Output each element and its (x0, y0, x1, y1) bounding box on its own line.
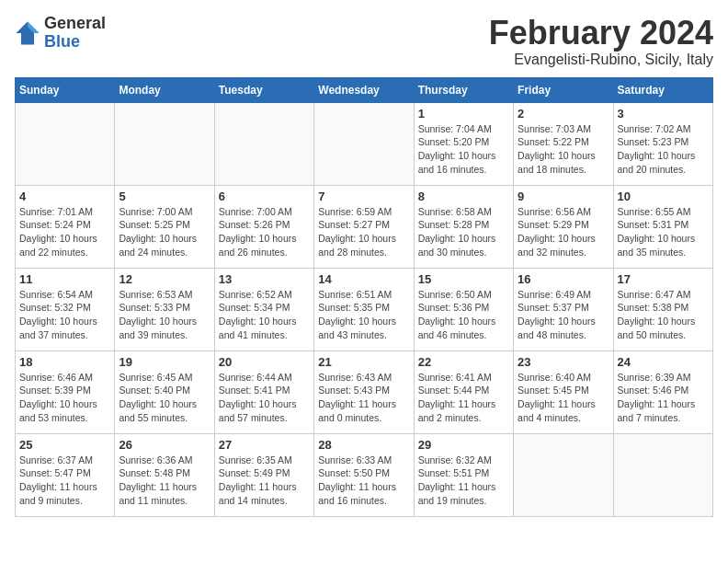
calendar-cell: 28Sunrise: 6:33 AM Sunset: 5:50 PM Dayli… (314, 433, 414, 516)
calendar-cell: 18Sunrise: 6:46 AM Sunset: 5:39 PM Dayli… (16, 350, 115, 433)
day-info: Sunrise: 6:35 AM Sunset: 5:49 PM Dayligh… (219, 454, 310, 508)
week-row-3: 11Sunrise: 6:54 AM Sunset: 5:32 PM Dayli… (16, 268, 713, 350)
day-number: 26 (119, 438, 210, 452)
calendar-cell: 15Sunrise: 6:50 AM Sunset: 5:36 PM Dayli… (414, 268, 513, 350)
calendar-table: SundayMondayTuesdayWednesdayThursdayFrid… (15, 77, 713, 517)
day-info: Sunrise: 6:47 AM Sunset: 5:38 PM Dayligh… (618, 288, 709, 342)
day-number: 21 (318, 355, 409, 369)
day-number: 13 (219, 272, 310, 286)
calendar-header-row: SundayMondayTuesdayWednesdayThursdayFrid… (16, 77, 713, 102)
calendar-cell: 14Sunrise: 6:51 AM Sunset: 5:35 PM Dayli… (314, 268, 414, 350)
weekday-header-sunday: Sunday (16, 77, 115, 102)
weekday-header-wednesday: Wednesday (314, 77, 414, 102)
calendar-cell (613, 433, 712, 516)
day-info: Sunrise: 6:56 AM Sunset: 5:29 PM Dayligh… (518, 205, 609, 259)
day-info: Sunrise: 6:58 AM Sunset: 5:28 PM Dayligh… (418, 205, 509, 259)
calendar-cell: 21Sunrise: 6:43 AM Sunset: 5:43 PM Dayli… (314, 350, 414, 433)
calendar-cell: 27Sunrise: 6:35 AM Sunset: 5:49 PM Dayli… (214, 433, 313, 516)
calendar-cell: 8Sunrise: 6:58 AM Sunset: 5:28 PM Daylig… (414, 185, 513, 268)
day-info: Sunrise: 6:36 AM Sunset: 5:48 PM Dayligh… (119, 454, 210, 508)
title-area: February 2024 Evangelisti-Rubino, Sicily… (489, 15, 713, 68)
day-info: Sunrise: 6:37 AM Sunset: 5:47 PM Dayligh… (19, 454, 110, 508)
calendar-cell: 12Sunrise: 6:53 AM Sunset: 5:33 PM Dayli… (115, 268, 214, 350)
day-number: 9 (518, 190, 609, 203)
day-info: Sunrise: 6:59 AM Sunset: 5:27 PM Dayligh… (318, 205, 409, 259)
calendar-cell (214, 102, 313, 185)
day-info: Sunrise: 7:04 AM Sunset: 5:20 PM Dayligh… (418, 122, 509, 177)
week-row-2: 4Sunrise: 7:01 AM Sunset: 5:24 PM Daylig… (16, 185, 713, 268)
day-number: 27 (219, 438, 310, 452)
logo-blue: Blue (44, 32, 80, 51)
weekday-header-monday: Monday (115, 77, 214, 102)
day-number: 1 (418, 107, 509, 121)
day-info: Sunrise: 6:49 AM Sunset: 5:37 PM Dayligh… (518, 288, 609, 342)
calendar-cell: 1Sunrise: 7:04 AM Sunset: 5:20 PM Daylig… (414, 102, 513, 185)
calendar-cell: 25Sunrise: 6:37 AM Sunset: 5:47 PM Dayli… (16, 433, 115, 516)
day-info: Sunrise: 6:39 AM Sunset: 5:46 PM Dayligh… (618, 371, 709, 425)
day-number: 25 (19, 438, 110, 452)
day-number: 19 (119, 355, 210, 369)
day-number: 10 (618, 190, 709, 203)
day-number: 6 (219, 190, 310, 203)
day-info: Sunrise: 6:52 AM Sunset: 5:34 PM Dayligh… (219, 288, 310, 342)
day-number: 15 (418, 272, 509, 286)
day-info: Sunrise: 6:50 AM Sunset: 5:36 PM Dayligh… (418, 288, 509, 342)
calendar-cell: 24Sunrise: 6:39 AM Sunset: 5:46 PM Dayli… (613, 350, 712, 433)
day-number: 11 (19, 272, 110, 286)
day-info: Sunrise: 6:40 AM Sunset: 5:45 PM Dayligh… (518, 371, 609, 425)
week-row-4: 18Sunrise: 6:46 AM Sunset: 5:39 PM Dayli… (16, 350, 713, 433)
week-row-1: 1Sunrise: 7:04 AM Sunset: 5:20 PM Daylig… (16, 102, 713, 185)
logo-general: General (44, 14, 106, 32)
calendar-cell: 29Sunrise: 6:32 AM Sunset: 5:51 PM Dayli… (414, 433, 513, 516)
calendar-cell: 5Sunrise: 7:00 AM Sunset: 5:25 PM Daylig… (115, 185, 214, 268)
calendar-cell: 22Sunrise: 6:41 AM Sunset: 5:44 PM Dayli… (414, 350, 513, 433)
calendar-cell (314, 102, 414, 185)
day-number: 28 (318, 438, 409, 452)
calendar-cell: 26Sunrise: 6:36 AM Sunset: 5:48 PM Dayli… (115, 433, 214, 516)
day-number: 20 (219, 355, 310, 369)
day-number: 4 (19, 190, 110, 203)
day-number: 29 (418, 438, 509, 452)
calendar-cell: 23Sunrise: 6:40 AM Sunset: 5:45 PM Dayli… (514, 350, 613, 433)
day-info: Sunrise: 6:41 AM Sunset: 5:44 PM Dayligh… (418, 371, 509, 425)
main-title: February 2024 (489, 15, 713, 52)
calendar-cell: 7Sunrise: 6:59 AM Sunset: 5:27 PM Daylig… (314, 185, 414, 268)
day-number: 24 (618, 355, 709, 369)
calendar-cell: 9Sunrise: 6:56 AM Sunset: 5:29 PM Daylig… (514, 185, 613, 268)
calendar-cell: 6Sunrise: 7:00 AM Sunset: 5:26 PM Daylig… (214, 185, 313, 268)
logo-icon (15, 20, 40, 46)
day-number: 23 (518, 355, 609, 369)
logo: General Blue (15, 15, 106, 52)
header: General Blue February 2024 Evangelisti-R… (15, 15, 713, 68)
subtitle: Evangelisti-Rubino, Sicily, Italy (489, 52, 713, 68)
day-info: Sunrise: 7:00 AM Sunset: 5:26 PM Dayligh… (219, 205, 310, 259)
day-info: Sunrise: 6:33 AM Sunset: 5:50 PM Dayligh… (318, 454, 409, 508)
day-info: Sunrise: 6:44 AM Sunset: 5:41 PM Dayligh… (219, 371, 310, 425)
day-number: 17 (618, 272, 709, 286)
calendar-cell: 17Sunrise: 6:47 AM Sunset: 5:38 PM Dayli… (613, 268, 712, 350)
day-info: Sunrise: 7:02 AM Sunset: 5:23 PM Dayligh… (618, 122, 709, 177)
day-info: Sunrise: 7:01 AM Sunset: 5:24 PM Dayligh… (19, 205, 110, 259)
calendar-cell: 19Sunrise: 6:45 AM Sunset: 5:40 PM Dayli… (115, 350, 214, 433)
day-number: 3 (618, 107, 709, 121)
day-number: 7 (318, 190, 409, 203)
day-number: 2 (518, 107, 609, 121)
day-info: Sunrise: 6:32 AM Sunset: 5:51 PM Dayligh… (418, 454, 509, 508)
calendar-cell: 20Sunrise: 6:44 AM Sunset: 5:41 PM Dayli… (214, 350, 313, 433)
day-info: Sunrise: 6:45 AM Sunset: 5:40 PM Dayligh… (119, 371, 210, 425)
day-info: Sunrise: 7:03 AM Sunset: 5:22 PM Dayligh… (518, 122, 609, 177)
day-info: Sunrise: 6:51 AM Sunset: 5:35 PM Dayligh… (318, 288, 409, 342)
weekday-header-tuesday: Tuesday (214, 77, 313, 102)
weekday-header-thursday: Thursday (414, 77, 513, 102)
day-number: 5 (119, 190, 210, 203)
day-number: 8 (418, 190, 509, 203)
calendar-cell: 13Sunrise: 6:52 AM Sunset: 5:34 PM Dayli… (214, 268, 313, 350)
calendar-cell: 10Sunrise: 6:55 AM Sunset: 5:31 PM Dayli… (613, 185, 712, 268)
calendar-cell (115, 102, 214, 185)
week-row-5: 25Sunrise: 6:37 AM Sunset: 5:47 PM Dayli… (16, 433, 713, 516)
weekday-header-friday: Friday (514, 77, 613, 102)
calendar-cell: 3Sunrise: 7:02 AM Sunset: 5:23 PM Daylig… (613, 102, 712, 185)
calendar-cell (16, 102, 115, 185)
day-number: 16 (518, 272, 609, 286)
day-info: Sunrise: 7:00 AM Sunset: 5:25 PM Dayligh… (119, 205, 210, 259)
